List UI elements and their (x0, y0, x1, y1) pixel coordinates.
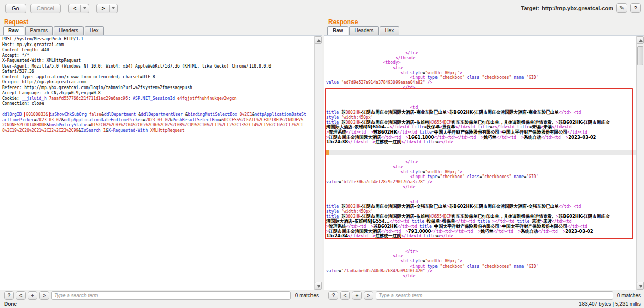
chevron-down-icon[interactable] (112, 7, 115, 9)
request-scrollbar[interactable] (314, 36, 322, 290)
code-line: Cookie: __jsluid_h=7aaafd557766c21f711d1… (2, 96, 314, 102)
search-help-button[interactable]: ? (328, 291, 338, 300)
code-line: <tbody> (326, 60, 636, 65)
code-line: <input type="checkbox" class="checkboxes… (326, 75, 636, 80)
code-line (326, 155, 636, 160)
search-options-button[interactable]: + (352, 291, 362, 300)
scroll-up-icon[interactable] (315, 36, 322, 44)
status-bar: Done 183,407 bytes | 5,231 millis (0, 301, 644, 308)
response-text-area[interactable]: </tr> </thead> <tbody> <tr> <td style="w… (324, 36, 636, 290)
tab-headers[interactable]: Headers (54, 26, 84, 35)
status-text: Done (4, 301, 17, 307)
top-toolbar: Go Cancel < > Target: http://mp.ybx.grea… (0, 0, 644, 16)
request-text-area[interactable]: POST /System/MessagePush HTTP/1.1Host: m… (0, 36, 314, 290)
code-line: Origin: http://mp.ybx.greatcai.com (2, 80, 314, 85)
tab-headers[interactable]: Headers (349, 26, 379, 35)
code-line: title=苏B602HK-江阴市周庄金湾国际大酒店-交强车险已出单>苏B602… (326, 204, 636, 209)
code-line: artTimePicker=2023-03-02&ndtpApplication… (2, 118, 314, 123)
code-line: </td> (326, 274, 636, 279)
scrollbar-track[interactable] (315, 44, 322, 282)
scrollbar-thumb[interactable] (637, 46, 643, 65)
target-url: http://mp.ybx.greatcai.com (542, 5, 613, 11)
edit-target-button[interactable]: ✎ (616, 3, 627, 13)
go-button[interactable]: Go (5, 4, 26, 13)
code-line: title=苏B602HK-江阴市周庄金湾国际大酒店-商业车险已出单>苏B602… (326, 110, 636, 115)
code-line: User-Agent: Mozilla/5.0 (Windows NT 10.0… (2, 64, 314, 70)
search-options-button[interactable]: + (28, 291, 37, 300)
text-cursor (326, 150, 329, 155)
search-input[interactable] (51, 291, 291, 300)
code-line: 2CNONE%2COUT48HOUR&bmsbPolicyStatus=01%2… (2, 123, 314, 128)
tab-raw[interactable]: Raw (327, 26, 348, 35)
code-line (326, 283, 636, 289)
code-line: <td style="width: 80px;"> (326, 71, 636, 76)
request-panel: Request Raw Params Headers Hex POST /Sys… (0, 16, 322, 308)
tab-hex[interactable]: Hex (85, 26, 104, 35)
code-line: POST /System/MessagePush HTTP/1.1 (2, 37, 314, 42)
code-line (326, 100, 636, 105)
search-matches-label: 0 matches (617, 293, 641, 298)
divider (109, 5, 110, 12)
target-bar: Target: http://mp.ybx.greatcai.com ✎ ? (521, 3, 641, 13)
pencil-icon: ✎ (619, 5, 624, 11)
code-line: </td> (326, 85, 636, 91)
code-line: <input type="checkbox" class="checkboxes… (326, 264, 636, 269)
response-scrollbar[interactable] (636, 36, 644, 290)
scroll-down-icon[interactable] (637, 282, 644, 290)
response-stats-label: 183,407 bytes | 5,231 millis (579, 301, 641, 307)
code-line: <td style="width: 80px;"> (326, 170, 636, 175)
code-line: value="ed7d9e527a914a378493099eaaa04a82"… (326, 80, 636, 85)
divider (80, 5, 81, 12)
code-line: <tr> (326, 254, 636, 259)
code-line: </thead> (326, 56, 636, 61)
code-line: >江阴市周庄金湾国际大酒店</td><td >791.0000</td><td>… (326, 229, 636, 234)
code-line: value="71adaabe605740d8a7b849a09410f420"… (326, 269, 636, 274)
request-tabs: Raw Params Headers Hex (3, 26, 105, 35)
code-line: Content-Length: 440 (2, 48, 314, 53)
scrollbar-track[interactable] (637, 44, 644, 282)
help-icon: ? (634, 5, 637, 11)
history-forward-button[interactable]: > (96, 4, 117, 13)
search-prev-button[interactable]: < (16, 291, 26, 300)
response-title: Response (328, 18, 358, 26)
code-line: >江阴市周庄金湾国际大酒店</td><td >1661.1800</td><td… (326, 135, 636, 140)
response-tabs: Raw Headers Hex (327, 26, 400, 35)
code-line: <input type="checkbox" class="checkboxes… (326, 174, 636, 180)
code-line: Host: mp.ybx.greatcai.com (2, 42, 314, 48)
search-next-button[interactable]: > (39, 291, 49, 300)
target-label: Target: (521, 5, 539, 11)
back-icon: < (71, 5, 78, 11)
code-line: X-Requested-With: XMLHttpRequest (2, 58, 314, 64)
response-editor: </tr> </thead> <tbody> <tr> <td style="w… (324, 36, 644, 290)
code-line: <tr> (326, 65, 636, 71)
tab-params[interactable]: Params (25, 26, 53, 35)
code-line: </tr> (326, 249, 636, 254)
cancel-button[interactable]: Cancel (30, 4, 61, 13)
code-line: value="bf2fe306a7c14ef28c9c2901765a3c78"… (326, 180, 636, 185)
tab-hex[interactable]: Hex (380, 26, 399, 35)
scroll-down-icon[interactable] (315, 282, 322, 290)
search-input[interactable] (376, 291, 613, 300)
tab-raw[interactable]: Raw (3, 26, 24, 35)
code-line: <tr> (326, 165, 636, 170)
response-panel: Response Raw Headers Hex </tr> </thead> … (324, 16, 644, 308)
search-next-button[interactable]: > (364, 291, 373, 300)
code-line: Safari/537.36 (2, 69, 314, 75)
help-button[interactable]: ? (630, 3, 641, 13)
code-line (326, 150, 636, 155)
search-prev-button[interactable]: < (340, 291, 350, 300)
code-line (326, 95, 636, 100)
scroll-up-icon[interactable] (637, 36, 644, 44)
code-line: </td> (326, 185, 636, 190)
request-title: Request (4, 18, 28, 26)
code-line: <td style="width: 80px;"> (326, 259, 636, 264)
code-line: ddlOrgID=G0100083&isShowChkSubOrg=false&… (2, 112, 314, 118)
code-line: Referer: http://mp.ybx.greatcai.com/logi… (2, 85, 314, 91)
search-help-button[interactable]: ? (4, 291, 14, 300)
code-line: Connection: close (2, 101, 314, 107)
code-line: Accept-Language: zh-CN,zh;q=0.9,en;q=0.8 (2, 91, 314, 96)
history-back-button[interactable]: < (68, 4, 89, 13)
code-line (326, 279, 636, 284)
code-line (326, 91, 636, 96)
chevron-down-icon[interactable] (83, 7, 86, 9)
